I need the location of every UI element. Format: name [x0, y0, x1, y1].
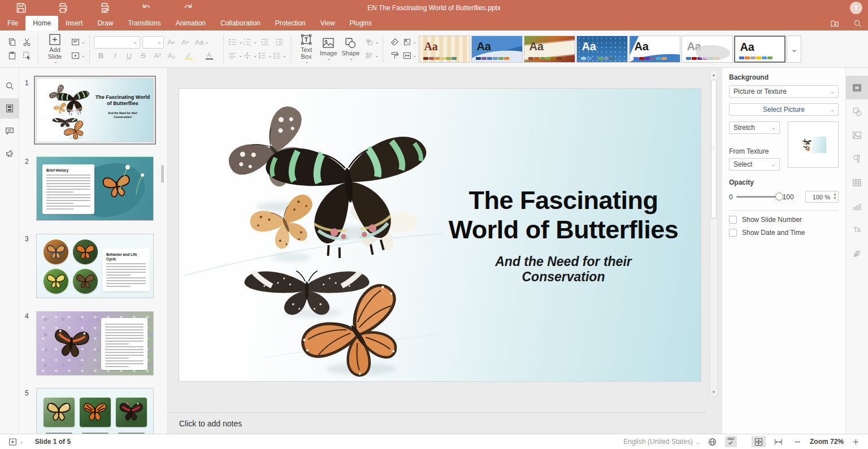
textart-settings-button[interactable]: Ta [846, 218, 868, 242]
theme-thumbnail-6[interactable]: Aa [682, 36, 733, 63]
chart-settings-button[interactable] [846, 194, 868, 218]
table-settings-button[interactable] [846, 171, 868, 194]
tab-transitions[interactable]: Transitions [120, 16, 168, 30]
columns-button[interactable]: ⌄ [272, 49, 287, 63]
italic-button[interactable]: I [108, 49, 122, 63]
font-size-combobox[interactable]: ⌄ [142, 36, 164, 49]
sidebar-feedback-button[interactable] [0, 143, 19, 164]
vertical-align-button[interactable]: ⌄ [242, 49, 257, 63]
decrease-font-size-button[interactable]: A▾ [178, 36, 192, 49]
change-case-button[interactable]: Aa⌄ [192, 36, 211, 49]
show-slide-number-checkbox-row[interactable]: Show Slide Number [729, 216, 839, 224]
tab-draw[interactable]: Draw [90, 16, 120, 30]
theme-thumbnail-4[interactable]: Aa [576, 36, 628, 63]
theme-thumbnail-2[interactable]: Aa [471, 36, 523, 63]
start-slideshow-button[interactable]: ⌄ [71, 49, 85, 63]
notes-area[interactable]: Click to add notes [168, 412, 707, 434]
sidebar-slides-button[interactable] [0, 98, 19, 119]
strikeout-button[interactable]: S [136, 49, 150, 63]
bullets-button[interactable]: ⌄ [228, 36, 242, 49]
superscript-button[interactable]: A² [150, 49, 164, 63]
vertical-scrollbar[interactable]: ▲ ▼ [710, 70, 718, 396]
theme-thumbnail-1[interactable]: Aa [419, 36, 470, 63]
select-picture-button[interactable]: Select Picture⌄ [729, 103, 839, 116]
tab-protection[interactable]: Protection [268, 16, 313, 30]
opacity-value-spinner[interactable]: 100 %▲▼ [805, 191, 839, 203]
scroll-down-arrow[interactable]: ▼ [710, 388, 717, 396]
quick-print-button[interactable] [98, 2, 111, 14]
checkbox[interactable] [729, 229, 737, 237]
slide-thumbnail-5[interactable] [36, 388, 154, 434]
shape-settings-button[interactable] [846, 99, 868, 123]
spell-check-button[interactable]: ABC [725, 436, 737, 447]
theme-thumbnail-3[interactable]: Aa [524, 36, 575, 63]
user-avatar[interactable]: T [850, 2, 862, 14]
increase-indent-button[interactable] [272, 36, 287, 49]
fit-to-width-button[interactable] [771, 436, 785, 447]
opacity-slider[interactable] [736, 196, 779, 198]
slide-thumbnail-2[interactable]: Brief History [36, 156, 154, 221]
redo-button[interactable] [182, 2, 194, 14]
thumbnail-scrollbar[interactable] [161, 165, 164, 183]
tab-home[interactable]: Home [25, 16, 58, 30]
sidebar-search-button[interactable] [0, 76, 19, 96]
fill-mode-select[interactable]: Stretch⌄ [729, 121, 780, 134]
print-button[interactable] [57, 2, 69, 14]
tab-animation[interactable]: Animation [168, 16, 213, 30]
font-name-combobox[interactable]: ⌄ [94, 36, 140, 49]
image-button[interactable]: Image⌄ [318, 35, 340, 63]
butterflies-image[interactable] [184, 89, 444, 381]
underline-button[interactable]: U [122, 49, 136, 63]
theme-thumbnail-5[interactable]: Aa [629, 36, 680, 63]
language-selector[interactable]: English (United States) ⌄ [623, 438, 700, 446]
zoom-out-button[interactable] [791, 436, 804, 447]
highlight-color-button[interactable] [179, 49, 199, 63]
undo-button[interactable] [140, 2, 153, 14]
slide-thumbnail-3[interactable]: Behavior and Life Cycle [36, 234, 154, 298]
arrange-shape-button[interactable]: ⌄ [364, 36, 379, 49]
theme-thumbnail-7-selected[interactable]: Aa [734, 36, 785, 63]
decrease-indent-button[interactable] [257, 36, 272, 49]
tab-view[interactable]: View [313, 16, 342, 30]
slide-subtitle[interactable]: And the Need for their Conservation [473, 254, 654, 285]
paragraph-settings-button[interactable] [846, 147, 868, 171]
fit-to-slide-button[interactable] [752, 436, 766, 447]
select-tool-button[interactable] [19, 49, 34, 63]
copy-button[interactable] [5, 36, 19, 49]
textbox-button[interactable]: Text Box⌄ [295, 32, 318, 66]
tab-collaboration[interactable]: Collaboration [213, 16, 268, 30]
current-slide[interactable]: The Fascinating World of Butterflies And… [179, 89, 701, 381]
zoom-in-button[interactable] [849, 436, 862, 447]
more-themes-button[interactable]: ⌄ [787, 36, 801, 63]
open-file-location-button[interactable] [828, 18, 841, 29]
bold-button[interactable]: B [94, 49, 108, 63]
document-language-button[interactable] [705, 436, 719, 447]
slide-title[interactable]: The Fascinating World of Butterflies [445, 186, 682, 245]
clear-style-button[interactable] [387, 36, 402, 49]
texture-select[interactable]: Select⌄ [729, 158, 780, 171]
spinner-down-icon[interactable]: ▼ [833, 196, 837, 200]
shape-fill-button[interactable]: ⌄ [402, 36, 416, 49]
change-layout-button[interactable]: ⌄ [71, 36, 85, 49]
slide-size-button[interactable]: ⌄ [402, 49, 416, 63]
copy-style-button[interactable] [387, 49, 402, 63]
subscript-button[interactable]: A₂ [164, 49, 179, 63]
tab-plugins[interactable]: Plugins [342, 16, 379, 30]
start-slideshow-status-button[interactable]: ⌄ [6, 436, 26, 447]
scroll-up-arrow[interactable]: ▲ [710, 71, 717, 79]
slide-thumbnail-1[interactable]: The Fascinating World of Butterflies And… [36, 78, 154, 142]
checkbox[interactable] [729, 216, 737, 224]
scrollbar-thumb[interactable] [711, 80, 717, 219]
cut-button[interactable] [19, 36, 34, 49]
signature-settings-button[interactable] [846, 242, 868, 265]
increase-font-size-button[interactable]: A▴ [164, 36, 178, 49]
tab-file[interactable]: File [0, 16, 25, 30]
spinner-up-icon[interactable]: ▲ [833, 192, 837, 196]
tab-insert[interactable]: Insert [58, 16, 90, 30]
search-button[interactable] [851, 18, 863, 29]
horizontal-align-button[interactable]: ⌄ [228, 49, 242, 63]
background-fill-type-select[interactable]: Picture or Texture⌄ [729, 85, 839, 98]
show-date-time-checkbox-row[interactable]: Show Date and Time [729, 229, 839, 237]
font-color-button[interactable]: A [199, 49, 219, 63]
add-slide-button[interactable]: Add Slide⌄ [42, 32, 67, 66]
